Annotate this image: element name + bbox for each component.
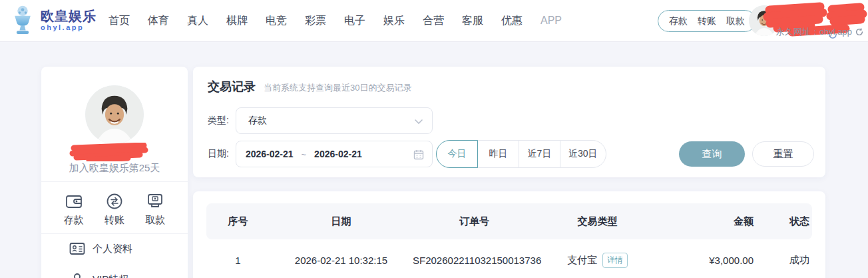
wallet-quick-pill: 存款 转账 取款	[658, 10, 756, 32]
transfer-icon	[106, 193, 123, 209]
nav-item-sports[interactable]: 体育	[148, 14, 169, 28]
sidebar-item-profile[interactable]: 个人资料	[69, 242, 132, 255]
profile-avatar	[85, 85, 144, 144]
membership-duration: 加入欧皇娱乐第25天	[41, 162, 188, 175]
row-order-no: SF202602211032150013736	[413, 255, 536, 266]
table-row: 1 2026-02-21 10:32:15 SF2026022110321500…	[206, 239, 812, 278]
page-title: 交易记录	[208, 79, 256, 95]
col-type: 交易类型	[536, 215, 659, 228]
main-nav: 首页 体育 真人 棋牌 电竞 彩票 电子 娱乐 合营 客服 优惠 APP	[108, 0, 562, 41]
quick-actions: 存款 转账 取款	[41, 193, 188, 227]
nav-item-home[interactable]: 首页	[108, 14, 130, 28]
table-header-row: 序号 日期 订单号 交易类型 金额 状态	[206, 203, 812, 239]
date-start-value: 2026-02-21	[246, 149, 294, 159]
id-card-icon	[69, 242, 85, 255]
col-amount: 金额	[659, 215, 759, 228]
avatar[interactable]	[749, 5, 779, 36]
header-deposit-button[interactable]: 存款	[669, 15, 688, 27]
calendar-icon	[413, 149, 424, 160]
brand-logo[interactable]: 欧皇娱乐 ohyl.app	[9, 5, 97, 35]
trophy-logo-icon	[9, 5, 36, 35]
row-type: 支付宝 详情	[536, 253, 659, 268]
date-end-value: 2026-02-21	[314, 149, 362, 159]
range-30days-button[interactable]: 近30日	[560, 140, 606, 168]
range-today-button[interactable]: 今日	[436, 140, 478, 168]
divider	[41, 233, 188, 234]
sidebar-item-vip[interactable]: VIP特权	[69, 272, 128, 278]
vip-badge: VIP3	[121, 148, 140, 157]
col-index: 序号	[206, 215, 270, 228]
header-withdraw-button[interactable]: 取款	[726, 15, 745, 27]
sidebar-transfer-button[interactable]: 转账	[105, 193, 124, 227]
nav-item-live[interactable]: 真人	[187, 14, 208, 28]
col-order-no: 订单号	[413, 215, 536, 228]
transaction-table-card: 序号 日期 订单号 交易类型 金额 状态 1 2026-02-21 10:32:…	[193, 191, 825, 278]
profile-sidebar: VIP3 加入欧皇娱乐第25天 存款	[41, 67, 188, 278]
row-index: 1	[206, 255, 270, 266]
chevron-down-icon	[415, 119, 423, 124]
transaction-filter-card: 交易记录 当前系统支持查询最近30日的交易记录 类型: 存款 日期: 2026-…	[193, 67, 825, 177]
sidebar-withdraw-button[interactable]: 取款	[145, 193, 165, 227]
permanent-url[interactable]: 永久网址：ohyl.app	[776, 26, 864, 38]
brand-title: 欧皇娱乐	[41, 9, 97, 23]
reset-button[interactable]: 重置	[752, 141, 814, 167]
row-date: 2026-02-21 10:32:15	[270, 255, 413, 266]
transaction-type-select[interactable]: 存款	[236, 107, 433, 134]
brand-domain: ohyl.app	[41, 23, 97, 31]
date-separator: ~	[302, 149, 307, 159]
nav-item-lottery[interactable]: 彩票	[305, 14, 326, 28]
range-yesterday-button[interactable]: 昨日	[477, 140, 519, 168]
vip-icon	[69, 272, 85, 278]
row-amount: ¥3,000.00	[659, 255, 759, 266]
nav-item-slots[interactable]: 电子	[344, 14, 365, 28]
nav-item-entertainment[interactable]: 娱乐	[383, 14, 405, 28]
wallet-icon	[65, 193, 83, 209]
nav-item-app[interactable]: APP	[541, 15, 562, 27]
top-header: 欧皇娱乐 ohyl.app 首页 体育 真人 棋牌 电竞 彩票 电子 娱乐 合营…	[0, 0, 868, 41]
payment-method: 支付宝	[567, 254, 597, 267]
date-range-input[interactable]: 2026-02-21 ~ 2026-02-21	[236, 141, 433, 167]
withdraw-icon	[146, 193, 164, 209]
range-7days-button[interactable]: 近7日	[519, 140, 560, 168]
detail-button[interactable]: 详情	[602, 253, 628, 268]
quick-range-group: 今日 昨日 近7日 近30日	[436, 140, 606, 168]
status-badge: 成功	[759, 254, 812, 267]
transaction-table: 序号 日期 订单号 交易类型 金额 状态 1 2026-02-21 10:32:…	[206, 203, 812, 278]
sidebar-deposit-button[interactable]: 存款	[64, 193, 84, 227]
refresh-icon[interactable]	[855, 27, 864, 37]
date-label: 日期:	[208, 148, 229, 160]
nav-item-promotions[interactable]: 优惠	[501, 14, 523, 28]
page-subtitle: 当前系统支持查询最近30日的交易记录	[264, 82, 411, 94]
vip-badge: VIP3	[843, 6, 864, 15]
col-status: 状态	[759, 215, 812, 228]
divider	[41, 181, 188, 182]
type-label: 类型:	[208, 115, 229, 127]
nav-item-esports[interactable]: 电竞	[266, 14, 287, 28]
nav-item-board-games[interactable]: 棋牌	[226, 14, 248, 28]
nav-item-partnership[interactable]: 合营	[423, 14, 444, 28]
search-button[interactable]: 查询	[679, 141, 745, 167]
header-transfer-button[interactable]: 转账	[698, 15, 716, 27]
col-date: 日期	[270, 215, 413, 228]
nav-item-support[interactable]: 客服	[462, 14, 483, 28]
